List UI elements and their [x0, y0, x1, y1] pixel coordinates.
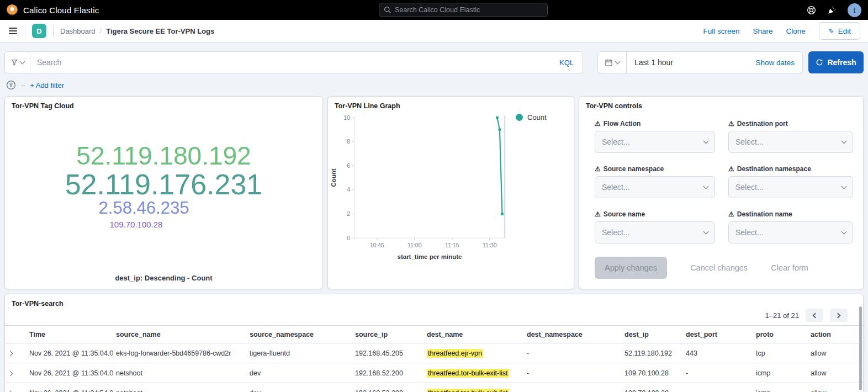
refresh-button[interactable]: Refresh [808, 51, 864, 73]
full-screen-link[interactable]: Full screen [703, 27, 739, 35]
highlighted-dest-name: threatfeed.ejr-vpn [427, 349, 483, 358]
dashboard-app-badge[interactable]: D [32, 24, 46, 38]
x-axis-tick-label: 11:30 [483, 242, 497, 248]
tag-cloud-word[interactable]: 52.119.176.231 [65, 169, 263, 200]
cell-source_name: netshoot [113, 363, 246, 383]
global-search-input[interactable] [395, 6, 543, 14]
log-table: Timesource_namesource_namespacesource_ip… [5, 325, 864, 392]
help-ring-icon[interactable] [807, 6, 816, 15]
panel-title: Tor-VPN Tag Cloud [5, 97, 322, 110]
breadcrumb-dashboard[interactable]: Dashboard [60, 27, 96, 35]
nav-bar: D Dashboard / Tigera Secure EE Tor-VPN L… [0, 20, 868, 43]
query-bar: KQL [4, 51, 583, 73]
kql-toggle[interactable]: KQL [551, 59, 583, 67]
control-select[interactable]: Select... [728, 176, 853, 198]
cell-dest_ip: 109.70.100.28 [621, 363, 682, 383]
chart-point [501, 213, 504, 215]
table-row: Nov 26, 2021 @ 11:35:04.000eks-log-forwa… [5, 343, 864, 363]
column-header-source_ip[interactable]: source_ip [352, 326, 424, 343]
cell-dest_namespace: - [523, 343, 621, 363]
control-label: ⚠Source name [595, 210, 715, 218]
filter-settings-icon[interactable] [6, 80, 16, 90]
cell-dest_name: threatfeed.tor-bulk-exit-list [424, 383, 523, 392]
refresh-icon [816, 59, 823, 66]
hamburger-menu-icon[interactable] [8, 25, 18, 36]
clear-form-button[interactable]: Clear form [771, 263, 808, 272]
legend-count[interactable]: Count [516, 113, 547, 121]
page-title: Tigera Secure EE Tor-VPN Logs [106, 27, 214, 35]
y-axis-tick-label: 0 [347, 235, 350, 241]
y-axis-tick-label: 8 [347, 138, 350, 145]
control-select[interactable]: Select... [595, 176, 715, 198]
chart-point [496, 116, 499, 119]
tag-cloud-word[interactable]: 109.70.100.28 [110, 220, 163, 229]
cell-proto: icmp [753, 383, 807, 392]
chevron-down-icon [20, 59, 25, 65]
x-axis-tick-label: 11:00 [407, 242, 422, 248]
chevron-left-icon [813, 312, 818, 318]
control-label: ⚠Destination namespace [728, 165, 853, 173]
global-search[interactable] [379, 3, 548, 17]
calendar-menu-button[interactable] [598, 52, 627, 73]
vertical-scrollbar[interactable] [859, 306, 862, 390]
chevron-down-icon [841, 229, 847, 235]
saved-query-menu-button[interactable] [5, 52, 30, 73]
control-select[interactable]: Select... [595, 131, 715, 153]
control-field: ⚠Destination portSelect... [728, 120, 853, 153]
y-axis-tick-label: 2 [347, 210, 350, 217]
expand-row-button[interactable] [5, 383, 26, 392]
column-header-source_name[interactable]: source_name [113, 326, 246, 343]
column-header-source_namespace[interactable]: source_namespace [246, 326, 352, 343]
next-page-button[interactable] [830, 309, 848, 322]
cell-source_name: netshoot [113, 383, 246, 392]
cell-proto: tcp [753, 343, 807, 363]
search-table-panel: Tor-VPN-search 1–21 of 21 Timesource_nam… [4, 294, 864, 392]
calendar-icon [605, 59, 613, 67]
apply-changes-button[interactable]: Apply changes [595, 257, 667, 279]
app-header: Calico Cloud Elastic t [0, 0, 868, 20]
column-header-time[interactable]: Time [26, 326, 113, 343]
tag-cloud-footer: dest_ip: Descending - Count [5, 274, 322, 282]
cell-time: Nov 26, 2021 @ 11:34:54.000 [26, 383, 113, 392]
cell-source_namespace: dev [246, 383, 352, 392]
calico-logo-icon[interactable] [7, 4, 18, 15]
cell-action: allow [807, 383, 864, 392]
whats-new-icon[interactable] [827, 6, 837, 15]
cancel-changes-button[interactable]: Cancel changes [690, 263, 748, 272]
column-header-dest_ip[interactable]: dest_ip [621, 326, 682, 343]
add-filter-link[interactable]: + Add filter [30, 81, 64, 89]
control-label: ⚠Flow Action [595, 120, 715, 128]
warning-icon: ⚠ [728, 210, 734, 218]
expand-row-button[interactable] [5, 363, 26, 383]
y-axis-tick-label: 10 [343, 114, 350, 121]
time-range-value[interactable]: Last 1 hour [627, 58, 673, 67]
control-select[interactable]: Select... [595, 221, 715, 243]
cell-dest_name: threatfeed.tor-bulk-exit-list [424, 363, 523, 383]
column-header-dest_namespace[interactable]: dest_namespace [523, 326, 621, 343]
clone-link[interactable]: Clone [786, 27, 806, 35]
line-chart: 024681010:4511:0011:1511:30start_time pe… [328, 110, 575, 276]
tag-cloud-word[interactable]: 2.58.46.235 [99, 199, 189, 218]
column-header-proto[interactable]: proto [753, 326, 807, 343]
expand-row-button[interactable] [5, 343, 26, 363]
controls-panel: Tor-VPN controls ⚠Flow ActionSelect...⚠D… [579, 96, 864, 289]
control-select[interactable]: Select... [728, 131, 853, 153]
app-title: Calico Cloud Elastic [23, 6, 99, 15]
column-header-action[interactable]: action [807, 326, 864, 343]
tag-cloud-word[interactable]: 52.119.180.192 [76, 142, 251, 169]
breadcrumb: Dashboard / Tigera Secure EE Tor-VPN Log… [60, 27, 214, 35]
edit-button[interactable]: ✎ Edit [819, 22, 860, 40]
user-avatar[interactable]: t [848, 3, 861, 17]
chevron-down-icon [615, 59, 621, 65]
previous-page-button[interactable] [806, 309, 823, 322]
pagination-range: 1–21 of 21 [765, 311, 799, 320]
column-header-dest_name[interactable]: dest_name [424, 326, 523, 343]
kql-search-input[interactable] [30, 52, 551, 73]
control-field: ⚠Source nameSelect... [595, 210, 715, 243]
share-link[interactable]: Share [753, 27, 773, 35]
pagination: 1–21 of 21 [765, 309, 848, 322]
show-dates-link[interactable]: Show dates [755, 59, 802, 67]
control-field: ⚠Flow ActionSelect... [595, 120, 715, 153]
column-header-dest_port[interactable]: dest_port [682, 326, 753, 343]
control-select[interactable]: Select... [728, 221, 853, 243]
